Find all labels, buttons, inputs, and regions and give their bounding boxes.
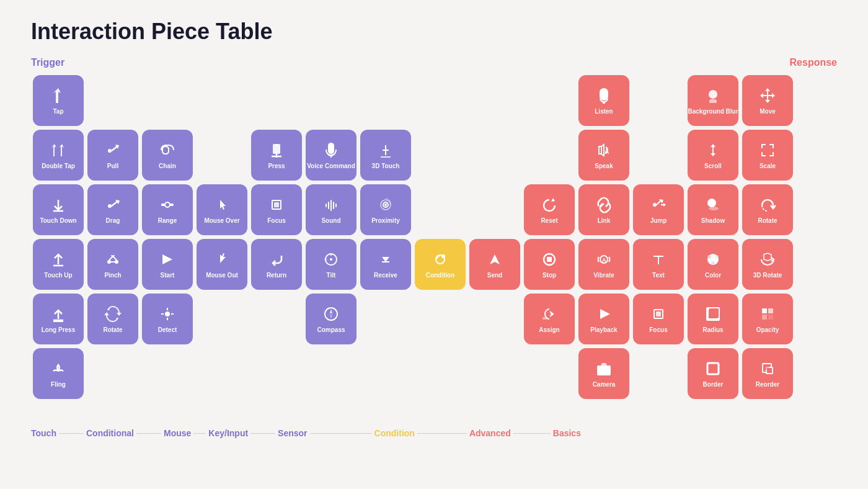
- cell-vibrate[interactable]: A Vibrate: [578, 239, 629, 290]
- footer-keyinput: Key/Input: [208, 428, 248, 438]
- svg-point-18: [384, 204, 387, 206]
- svg-point-4: [108, 204, 112, 208]
- svg-rect-61: [764, 365, 769, 370]
- cell-tap[interactable]: Tap: [33, 75, 84, 126]
- svg-rect-14: [333, 202, 334, 209]
- svg-point-21: [709, 207, 719, 210]
- footer-labels: Touch Conditional Mouse Key/Input Sensor…: [31, 428, 837, 438]
- cell-touch-down[interactable]: Touch Down: [33, 184, 84, 235]
- svg-point-49: [707, 318, 709, 320]
- cell-drag[interactable]: Drag: [87, 184, 138, 235]
- cell-tilt[interactable]: Tilt: [306, 239, 356, 290]
- cell-proximity[interactable]: Proximity: [360, 184, 411, 235]
- cell-move[interactable]: Move: [742, 75, 793, 126]
- cell-text[interactable]: Text: [633, 239, 684, 290]
- cell-3d-rotate[interactable]: 3D Rotate: [742, 239, 793, 290]
- svg-rect-12: [328, 202, 329, 209]
- svg-point-23: [115, 260, 118, 264]
- cell-compass[interactable]: Compass: [306, 294, 356, 344]
- cell-chain[interactable]: Chain: [142, 130, 193, 181]
- svg-point-57: [603, 369, 606, 372]
- cell-fling[interactable]: Fling: [33, 348, 84, 399]
- cell-radius[interactable]: Radius: [688, 294, 738, 344]
- cell-listen[interactable]: Listen: [578, 75, 629, 126]
- svg-point-25: [330, 258, 332, 261]
- cell-receive[interactable]: Receive: [360, 239, 411, 290]
- cell-sound[interactable]: Sound: [306, 184, 356, 235]
- cell-3d-touch[interactable]: 3D Touch: [360, 130, 411, 181]
- cell-rotate-resp[interactable]: Rotate: [742, 184, 793, 235]
- svg-rect-46: [656, 312, 661, 316]
- svg-text:A: A: [602, 257, 606, 263]
- footer-condition: Condition: [374, 428, 415, 438]
- cell-reset[interactable]: Reset: [524, 184, 575, 235]
- cell-assign[interactable]: Assign: [524, 294, 575, 344]
- cell-long-press[interactable]: Long Press: [33, 294, 84, 344]
- svg-text:A: A: [604, 148, 609, 155]
- cell-playback[interactable]: Playback: [578, 294, 629, 344]
- svg-point-22: [107, 260, 111, 264]
- svg-point-38: [711, 261, 715, 265]
- cell-double-tap[interactable]: Double Tap: [33, 130, 84, 181]
- response-label: Response: [790, 57, 837, 68]
- svg-rect-54: [768, 315, 773, 320]
- cell-mouse-over[interactable]: Mouse Over: [197, 184, 247, 235]
- cell-speak[interactable]: A Speak: [578, 130, 629, 181]
- cell-detect[interactable]: Detect: [142, 294, 193, 344]
- svg-point-50: [717, 318, 719, 320]
- footer-touch: Touch: [31, 428, 56, 438]
- cell-return[interactable]: Return: [251, 239, 302, 290]
- svg-rect-2: [273, 144, 280, 154]
- cell-press[interactable]: Press: [251, 130, 302, 181]
- cell-send[interactable]: Send: [469, 239, 520, 290]
- svg-rect-51: [762, 308, 767, 313]
- cell-pull[interactable]: Pull: [87, 130, 138, 181]
- svg-point-20: [707, 199, 716, 207]
- cell-color[interactable]: Color: [688, 239, 738, 290]
- svg-point-26: [330, 253, 332, 256]
- cell-touch-up[interactable]: Touch Up: [33, 239, 84, 290]
- svg-rect-15: [335, 204, 337, 207]
- cell-range[interactable]: Range: [142, 184, 193, 235]
- svg-rect-13: [330, 200, 332, 211]
- cell-scroll[interactable]: Scroll: [688, 130, 738, 181]
- cell-pinch[interactable]: Pinch: [87, 239, 138, 290]
- cell-voice-command[interactable]: Voice Command: [306, 130, 356, 181]
- svg-rect-11: [326, 204, 327, 207]
- svg-point-0: [709, 90, 717, 99]
- cell-condition[interactable]: Condition: [415, 239, 466, 290]
- cell-link[interactable]: Link: [578, 184, 629, 235]
- trigger-label: Trigger: [31, 57, 64, 68]
- svg-rect-53: [762, 315, 767, 320]
- svg-point-27: [324, 258, 327, 261]
- svg-point-1: [108, 149, 112, 153]
- page: Interaction Piece Table Trigger Response…: [0, 0, 868, 451]
- cell-jump[interactable]: Jump: [633, 184, 684, 235]
- cell-focus-trig[interactable]: Focus: [251, 184, 302, 235]
- cell-border[interactable]: Border: [688, 348, 738, 399]
- svg-point-48: [707, 308, 709, 310]
- cell-shadow[interactable]: Shadow: [688, 184, 738, 235]
- svg-rect-31: [547, 257, 552, 262]
- svg-point-36: [707, 255, 711, 259]
- category-labels: Trigger Response: [31, 57, 837, 68]
- cell-background-blur[interactable]: Background Blur: [688, 75, 738, 126]
- footer-advanced: Advanced: [469, 428, 511, 438]
- svg-rect-10: [274, 202, 279, 207]
- svg-point-8: [166, 203, 169, 207]
- svg-point-37: [715, 255, 719, 259]
- cell-mouse-out[interactable]: Mouse Out: [197, 239, 247, 290]
- cell-stop[interactable]: Stop: [524, 239, 575, 290]
- main-grid: Tap Listen Background Blur Move: [31, 73, 837, 421]
- cell-reorder[interactable]: Reorder: [742, 348, 793, 399]
- cell-scale[interactable]: Scale: [742, 130, 793, 181]
- svg-rect-52: [768, 308, 773, 313]
- cell-camera[interactable]: Camera: [578, 348, 629, 399]
- cell-rotate-trig[interactable]: Rotate: [87, 294, 138, 344]
- footer-basics: Basics: [553, 428, 581, 438]
- footer-mouse: Mouse: [164, 428, 191, 438]
- cell-focus-resp[interactable]: Focus: [633, 294, 684, 344]
- svg-point-39: [165, 312, 170, 316]
- cell-opacity[interactable]: Opacity: [742, 294, 793, 344]
- cell-start[interactable]: Start: [142, 239, 193, 290]
